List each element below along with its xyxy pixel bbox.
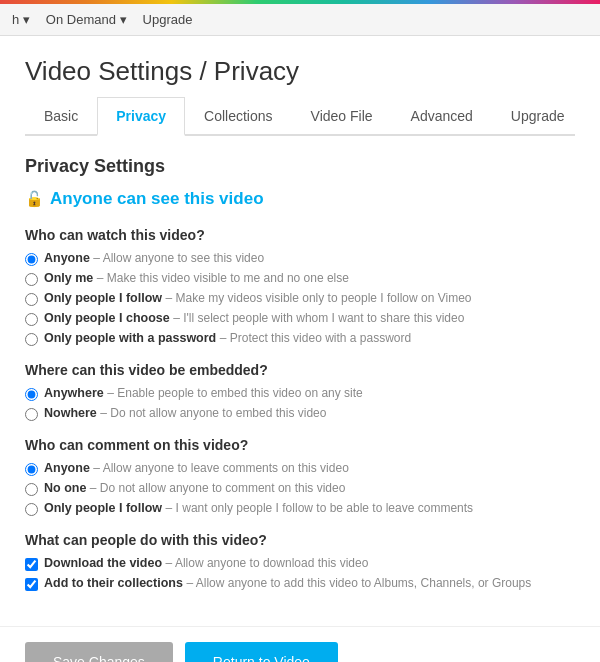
embed-option-anywhere: Anywhere – Enable people to embed this v…: [25, 386, 575, 401]
comment-option-follow: Only people I follow – I want only peopl…: [25, 501, 575, 516]
people-checkbox-download[interactable]: [25, 558, 38, 571]
watch-option-choose: Only people I choose – I'll select peopl…: [25, 311, 575, 326]
people-checkbox-collections[interactable]: [25, 578, 38, 591]
lock-icon: 🔓: [25, 190, 44, 208]
comment-option-no-one: No one – Do not allow anyone to comment …: [25, 481, 575, 496]
comment-option-anyone: Anyone – Allow anyone to leave comments …: [25, 461, 575, 476]
comment-radio-follow[interactable]: [25, 503, 38, 516]
save-changes-button[interactable]: Save Changes: [25, 642, 173, 662]
footer-buttons: Save Changes Return to Video: [0, 626, 600, 662]
comment-question: Who can comment on this video?: [25, 437, 575, 453]
people-option-collections: Add to their collections – Allow anyone …: [25, 576, 575, 591]
comment-radio-no-one[interactable]: [25, 483, 38, 496]
watch-radio-only-me[interactable]: [25, 273, 38, 286]
tab-upgrade[interactable]: Upgrade: [492, 97, 584, 136]
nav-item-upgrade[interactable]: Upgrade: [143, 12, 193, 27]
top-nav: h ▾ On Demand ▾ Upgrade: [0, 4, 600, 36]
embed-question: Where can this video be embedded?: [25, 362, 575, 378]
tab-basic[interactable]: Basic: [25, 97, 97, 136]
watch-option-password: Only people with a password – Protect th…: [25, 331, 575, 346]
tab-video-file[interactable]: Video File: [292, 97, 392, 136]
embed-radio-nowhere[interactable]: [25, 408, 38, 421]
privacy-status-text: Anyone can see this video: [50, 189, 264, 209]
nav-item-h[interactable]: h ▾: [12, 12, 30, 27]
tabs-container: Basic Privacy Collections Video File Adv…: [25, 97, 575, 136]
watch-radio-anyone[interactable]: [25, 253, 38, 266]
people-question: What can people do with this video?: [25, 532, 575, 548]
embed-radio-anywhere[interactable]: [25, 388, 38, 401]
people-option-download: Download the video – Allow anyone to dow…: [25, 556, 575, 571]
watch-radio-password[interactable]: [25, 333, 38, 346]
comment-radio-anyone[interactable]: [25, 463, 38, 476]
watch-radio-follow[interactable]: [25, 293, 38, 306]
privacy-status: 🔓 Anyone can see this video: [25, 189, 575, 209]
watch-radio-choose[interactable]: [25, 313, 38, 326]
page-title: Video Settings / Privacy: [25, 56, 575, 87]
section-title: Privacy Settings: [25, 156, 575, 177]
watch-option-only-me: Only me – Make this video visible to me …: [25, 271, 575, 286]
embed-option-nowhere: Nowhere – Do not allow anyone to embed t…: [25, 406, 575, 421]
return-to-video-button[interactable]: Return to Video: [185, 642, 338, 662]
privacy-content: Privacy Settings 🔓 Anyone can see this v…: [0, 136, 600, 616]
tab-collections[interactable]: Collections: [185, 97, 291, 136]
watch-option-follow: Only people I follow – Make my videos vi…: [25, 291, 575, 306]
watch-question: Who can watch this video?: [25, 227, 575, 243]
tab-privacy[interactable]: Privacy: [97, 97, 185, 136]
tab-advanced[interactable]: Advanced: [392, 97, 492, 136]
page-header: Video Settings / Privacy: [0, 36, 600, 97]
nav-item-on-demand[interactable]: On Demand ▾: [46, 12, 127, 27]
watch-option-anyone: Anyone – Allow anyone to see this video: [25, 251, 575, 266]
